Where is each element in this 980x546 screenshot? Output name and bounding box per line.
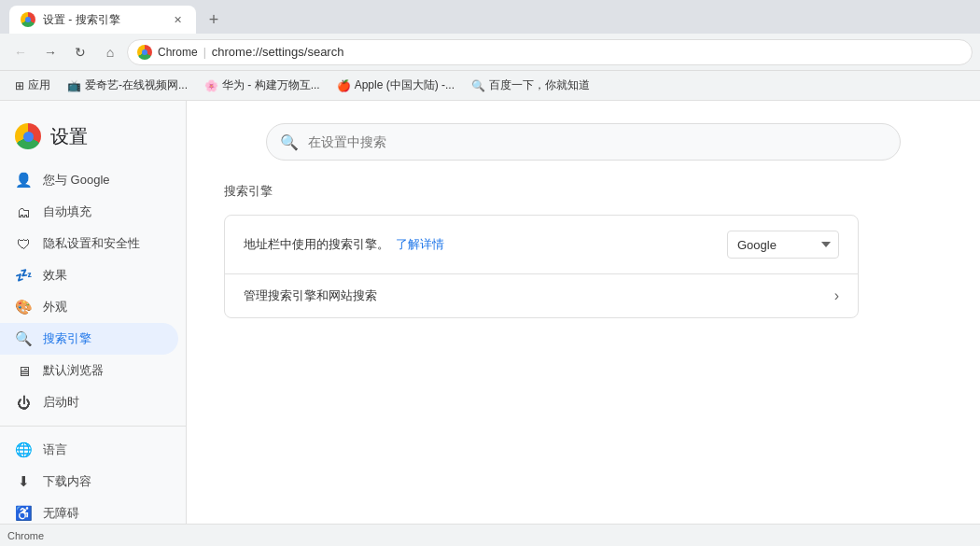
sidebar-item-google[interactable]: 👤 您与 Google: [0, 164, 178, 196]
nav-bar: ← → ↻ ⌂ Chrome | chrome://settings/searc…: [0, 34, 980, 71]
reload-button[interactable]: ↻: [67, 39, 93, 65]
sidebar-label-google: 您与 Google: [43, 172, 110, 189]
settings-search-bar[interactable]: 🔍: [266, 123, 901, 161]
forward-button[interactable]: →: [37, 39, 63, 65]
new-tab-button[interactable]: +: [200, 6, 228, 34]
settings-search-icon: 🔍: [280, 133, 299, 151]
sidebar-item-search[interactable]: 🔍 搜索引擎: [0, 323, 178, 355]
sidebar-label-autofill: 自动填充: [43, 203, 91, 220]
search-engine-select[interactable]: Google 百度 Bing 搜狗: [727, 231, 839, 259]
active-tab[interactable]: 设置 - 搜索引擎 ✕: [9, 6, 196, 34]
sidebar-divider: [0, 426, 186, 427]
browser-icon: 🖥: [15, 363, 32, 379]
search-icon: 🔍: [15, 330, 32, 347]
iqiyi-icon: 📺: [67, 79, 81, 92]
bookmark-label: 爱奇艺-在线视频网...: [85, 77, 188, 93]
chrome-logo: [15, 123, 41, 149]
tab-favicon: [21, 12, 35, 27]
bookmark-label: 华为 - 构建万物互...: [222, 77, 320, 93]
site-icon: [137, 45, 152, 60]
sidebar-item-appearance[interactable]: 🎨 外观: [0, 291, 178, 323]
status-bar: Chrome: [0, 524, 980, 546]
browser-frame: 设置 - 搜索引擎 ✕ + ← → ↻ ⌂ Chrome | chrome://…: [0, 0, 980, 546]
search-engine-row: 地址栏中使用的搜索引擎。 了解详情 Google 百度 Bing 搜狗: [225, 216, 858, 274]
download-icon: ⬇: [15, 473, 32, 490]
site-label: Chrome: [158, 46, 198, 59]
address-bar-label: 地址栏中使用的搜索引擎。 了解详情: [244, 236, 727, 253]
apple-icon: 🍎: [337, 79, 351, 92]
bookmark-label: 应用: [28, 77, 50, 93]
sidebar-label-browser: 默认浏览器: [43, 362, 104, 379]
apps-icon: ⊞: [15, 79, 24, 92]
sidebar-item-privacy[interactable]: 🛡 隐私设置和安全性: [0, 228, 178, 259]
manage-search-row[interactable]: 管理搜索引擎和网站搜索 ›: [225, 274, 858, 317]
back-button[interactable]: ←: [7, 39, 34, 65]
home-button[interactable]: ⌂: [97, 39, 123, 65]
bookmark-iqiyi[interactable]: 📺 爱奇艺-在线视频网...: [60, 76, 195, 95]
sidebar-label-performance: 效果: [43, 267, 67, 284]
sidebar-label-language: 语言: [43, 441, 67, 458]
sidebar-item-browser[interactable]: 🖥 默认浏览器: [0, 355, 178, 386]
huawei-icon: 🌸: [204, 79, 218, 92]
sidebar: 设置 👤 您与 Google 🗂 自动填充 🛡 隐私设置和安全性 💤 效果 🎨 …: [0, 101, 187, 524]
person-icon: 👤: [15, 172, 32, 189]
section-title: 搜索引擎: [224, 183, 943, 200]
bookmark-label: 百度一下，你就知道: [489, 77, 590, 93]
sidebar-item-download[interactable]: ⬇ 下载内容: [0, 466, 178, 497]
autofill-icon: 🗂: [15, 204, 32, 220]
manage-label: 管理搜索引擎和网站搜索: [244, 287, 377, 304]
sidebar-item-accessibility[interactable]: ♿ 无障碍: [0, 497, 178, 524]
bookmark-label: Apple (中国大陆) -...: [355, 77, 455, 93]
chevron-right-icon: ›: [834, 287, 839, 304]
language-icon: 🌐: [15, 441, 32, 458]
baidu-icon: 🔍: [471, 79, 485, 92]
learn-more-link[interactable]: 了解详情: [396, 237, 444, 251]
sidebar-label-appearance: 外观: [43, 299, 67, 315]
status-text: Chrome: [7, 530, 44, 541]
tab-close-button[interactable]: ✕: [170, 12, 185, 27]
tab-bar: 设置 - 搜索引擎 ✕ +: [0, 0, 980, 34]
search-engine-card: 地址栏中使用的搜索引擎。 了解详情 Google 百度 Bing 搜狗 管理搜索…: [224, 215, 859, 318]
sidebar-label-download: 下载内容: [43, 473, 91, 490]
tab-title: 设置 - 搜索引擎: [43, 12, 162, 28]
sidebar-header: 设置: [0, 116, 186, 164]
sidebar-label-accessibility: 无障碍: [43, 505, 79, 522]
shield-icon: 🛡: [15, 236, 32, 252]
sidebar-item-startup[interactable]: ⏻ 启动时: [0, 386, 178, 418]
content-area: 设置 👤 您与 Google 🗂 自动填充 🛡 隐私设置和安全性 💤 效果 🎨 …: [0, 101, 980, 524]
sidebar-label-search: 搜索引擎: [43, 330, 91, 347]
bookmark-apps[interactable]: ⊞ 应用: [7, 76, 58, 95]
sidebar-item-autofill[interactable]: 🗂 自动填充: [0, 196, 178, 228]
address-separator: |: [203, 46, 206, 59]
settings-title: 设置: [50, 124, 88, 149]
bookmark-baidu[interactable]: 🔍 百度一下，你就知道: [464, 76, 597, 95]
search-box-container: 🔍: [266, 123, 901, 161]
bookmark-huawei[interactable]: 🌸 华为 - 构建万物互...: [197, 76, 328, 95]
performance-icon: 💤: [15, 267, 32, 284]
accessibility-icon: ♿: [15, 505, 32, 522]
sidebar-item-language[interactable]: 🌐 语言: [0, 434, 178, 466]
bookmark-apple[interactable]: 🍎 Apple (中国大陆) -...: [329, 76, 462, 95]
sidebar-item-performance[interactable]: 💤 效果: [0, 259, 178, 291]
sidebar-label-startup: 启动时: [43, 394, 79, 411]
startup-icon: ⏻: [15, 395, 32, 411]
appearance-icon: 🎨: [15, 299, 32, 315]
main-panel: 🔍 搜索引擎 地址栏中使用的搜索引擎。 了解详情 Google 百度: [187, 101, 980, 524]
address-url: chrome://settings/search: [212, 45, 962, 59]
address-bar[interactable]: Chrome | chrome://settings/search: [127, 39, 973, 65]
bookmarks-bar: ⊞ 应用 📺 爱奇艺-在线视频网... 🌸 华为 - 构建万物互... 🍎 Ap…: [0, 71, 980, 101]
settings-search-input[interactable]: [308, 134, 887, 149]
search-engine-dropdown-container: Google 百度 Bing 搜狗: [727, 231, 839, 259]
sidebar-label-privacy: 隐私设置和安全性: [43, 235, 140, 252]
